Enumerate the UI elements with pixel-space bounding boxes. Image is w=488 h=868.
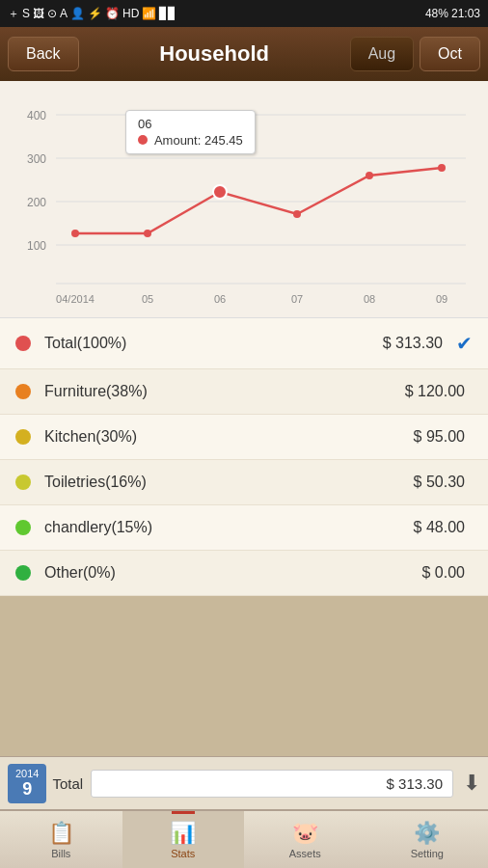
bottom-nav: 📋Bills📊Stats🐷Assets⚙️Setting xyxy=(0,810,488,868)
svg-text:400: 400 xyxy=(27,109,46,122)
svg-text:07: 07 xyxy=(291,293,303,305)
category-list: Total(100%)$ 313.30✔Furniture(38%)$ 120.… xyxy=(0,317,488,596)
category-item-total[interactable]: Total(100%)$ 313.30✔ xyxy=(0,318,488,369)
year-label: 2014 xyxy=(15,768,39,779)
page-title: Household xyxy=(159,41,269,67)
spacer xyxy=(0,596,488,662)
cat-amount-toiletries: $ 50.30 xyxy=(414,474,465,491)
chart-tooltip: 06 Amount: 245.45 xyxy=(125,110,256,154)
svg-text:300: 300 xyxy=(27,152,46,166)
month-buttons: Aug Oct xyxy=(350,37,480,71)
tab-setting[interactable]: ⚙️Setting xyxy=(366,811,489,868)
cat-amount-furniture: $ 120.00 xyxy=(405,383,465,400)
a-icon: A xyxy=(60,7,68,20)
cat-label-furniture: Furniture(38%) xyxy=(44,383,405,400)
svg-point-15 xyxy=(71,230,79,237)
chart-area: 06 Amount: 245.45 400 300 200 100 04/201… xyxy=(10,91,478,312)
svg-text:100: 100 xyxy=(27,239,46,253)
date-badge: 2014 9 xyxy=(8,764,46,803)
top-nav: Back Household Aug Oct xyxy=(0,27,488,81)
wifi-icon: 📶 xyxy=(142,7,156,20)
cat-label-toiletries: Toiletries(16%) xyxy=(44,474,414,491)
svg-text:08: 08 xyxy=(364,293,375,305)
bills-label: Bills xyxy=(51,848,70,859)
cat-color-dot xyxy=(15,384,31,399)
assets-icon: 🐷 xyxy=(292,821,318,846)
tab-assets[interactable]: 🐷Assets xyxy=(244,811,366,868)
check-icon: ✔ xyxy=(456,332,473,355)
tooltip-dot xyxy=(138,135,148,145)
status-bar: ＋ S 🖼 ⊙ A 👤 ⚡ ⏰ HD 📶 ▊▊ 48% 21:03 xyxy=(0,0,488,27)
stats-label: Stats xyxy=(171,848,195,859)
tooltip-amount-label: Amount: xyxy=(154,133,204,148)
back-button[interactable]: Back xyxy=(8,37,79,71)
cat-label-chandlery: chandlery(15%) xyxy=(44,519,414,536)
status-right-icons: 48% 21:03 xyxy=(425,7,480,20)
svg-text:04/2014: 04/2014 xyxy=(56,293,95,305)
oct-button[interactable]: Oct xyxy=(420,37,480,71)
tooltip-amount-value: 245.45 xyxy=(204,133,243,148)
category-item-toiletries[interactable]: Toiletries(16%)$ 50.30 xyxy=(0,460,488,505)
battery-label: 48% xyxy=(425,7,448,20)
tab-active-indicator xyxy=(172,811,195,814)
bills-icon: 📋 xyxy=(48,821,74,846)
cat-amount-chandlery: $ 48.00 xyxy=(414,519,465,536)
category-item-kitchen[interactable]: Kitchen(30%)$ 95.00 xyxy=(0,415,488,460)
aug-button[interactable]: Aug xyxy=(350,37,414,71)
cat-color-dot xyxy=(15,336,31,351)
summary-amount: $ 313.30 xyxy=(91,770,453,798)
category-item-other[interactable]: Other(0%)$ 0.00 xyxy=(0,551,488,596)
summary-bar: 2014 9 Total $ 313.30 ⬇ xyxy=(0,756,488,810)
chart-container: 06 Amount: 245.45 400 300 200 100 04/201… xyxy=(0,81,488,317)
circle-icon: ⊙ xyxy=(47,7,57,20)
assets-label: Assets xyxy=(289,848,321,859)
svg-point-16 xyxy=(144,230,151,237)
svg-point-20 xyxy=(438,164,446,172)
cat-color-dot xyxy=(15,520,31,535)
cat-color-dot xyxy=(15,565,31,581)
cat-color-dot xyxy=(15,429,31,445)
category-item-chandlery[interactable]: chandlery(15%)$ 48.00 xyxy=(0,505,488,551)
time-label: 21:03 xyxy=(451,7,480,20)
s-icon: S xyxy=(22,7,30,20)
svg-text:200: 200 xyxy=(27,196,46,209)
bluetooth-icon: ⚡ xyxy=(88,7,102,20)
cat-label-kitchen: Kitchen(30%) xyxy=(44,428,414,446)
download-button[interactable]: ⬇ xyxy=(463,771,480,796)
tab-stats[interactable]: 📊Stats xyxy=(122,811,245,868)
cat-label-other: Other(0%) xyxy=(44,564,422,582)
cat-amount-other: $ 0.00 xyxy=(422,564,465,582)
alarm-icon: ⏰ xyxy=(105,7,120,20)
cat-amount-total: $ 313.30 xyxy=(383,335,443,352)
svg-point-19 xyxy=(366,172,373,179)
cat-amount-kitchen: $ 95.00 xyxy=(414,428,465,446)
image-icon: 🖼 xyxy=(33,7,44,20)
category-item-furniture[interactable]: Furniture(38%)$ 120.00 xyxy=(0,369,488,415)
svg-text:06: 06 xyxy=(214,293,226,305)
tab-bills[interactable]: 📋Bills xyxy=(0,811,122,868)
total-label: Total xyxy=(52,775,83,792)
cat-label-total: Total(100%) xyxy=(44,335,383,352)
cat-color-dot xyxy=(15,475,31,490)
signal-icon: ▊▊ xyxy=(159,7,176,20)
svg-point-18 xyxy=(293,210,301,218)
svg-text:05: 05 xyxy=(142,293,153,305)
svg-point-17 xyxy=(213,185,227,199)
svg-text:09: 09 xyxy=(436,293,447,305)
tooltip-month: 06 xyxy=(138,117,243,131)
hd-icon: HD xyxy=(122,7,139,20)
tooltip-amount-row: Amount: 245.45 xyxy=(138,133,243,148)
setting-label: Setting xyxy=(411,848,444,859)
add-icon: ＋ xyxy=(8,6,19,22)
setting-icon: ⚙️ xyxy=(414,821,440,846)
stats-icon: 📊 xyxy=(170,821,196,846)
status-left-icons: ＋ S 🖼 ⊙ A 👤 ⚡ ⏰ HD 📶 ▊▊ xyxy=(8,6,176,22)
face-icon: 👤 xyxy=(70,7,85,20)
day-label: 9 xyxy=(15,779,39,800)
